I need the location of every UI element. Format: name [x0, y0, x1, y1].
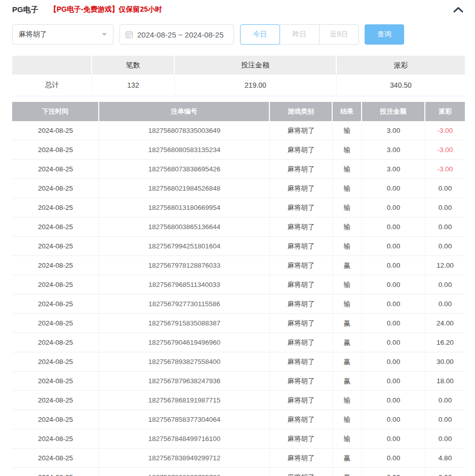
cell-game-type: 麻将胡了: [270, 198, 333, 217]
cell-payout: 24.00: [425, 314, 465, 333]
cell-bet-id: 1827567978128876033: [99, 256, 270, 275]
page-title: PG电子: [12, 5, 38, 15]
table-row: 2024-08-251827567978128876033麻将胡了赢0.0012…: [12, 256, 465, 275]
cell-bet-id: 1827568003865136644: [99, 217, 270, 237]
filter-toolbar: 麻将胡了 2024-08-25 ~ 2024-08-25 今日昨日近8: [12, 24, 465, 45]
cell-bet-id: 1827567823309735762: [99, 468, 270, 476]
table-row: 2024-08-251827568013180669954麻将胡了输0.000.…: [12, 198, 465, 217]
cell-bet-amount: 0.00: [362, 391, 425, 410]
header-bet-amount: 投注金额: [362, 102, 425, 121]
summary-total-count: 132: [92, 75, 175, 96]
cell-bet-amount: 3.00: [362, 121, 425, 140]
cell-game-type: 麻将胡了: [270, 391, 333, 410]
table-row: 2024-08-251827567893827558400麻将胡了赢0.0030…: [12, 352, 465, 372]
search-button[interactable]: 查询: [365, 24, 404, 45]
cell-game-type: 麻将胡了: [270, 449, 333, 468]
quick-filter-button[interactable]: 昨日: [280, 24, 320, 45]
cell-game-type: 麻将胡了: [270, 160, 333, 179]
cell-bet-time: 2024-08-25: [12, 391, 99, 410]
header-game-type: 游戏类别: [270, 102, 333, 121]
cell-result: 赢: [333, 352, 362, 372]
cell-result: 输: [333, 121, 362, 140]
chevron-up-icon: [453, 6, 464, 13]
cell-bet-amount: 0.00: [362, 256, 425, 275]
cell-game-type: 麻将胡了: [270, 352, 333, 372]
table-row: 2024-08-251827567848499716100麻将胡了输0.000.…: [12, 429, 465, 449]
cell-bet-id: 1827568078335003649: [99, 121, 270, 140]
cell-game-type: 麻将胡了: [270, 217, 333, 237]
table-row: 2024-08-251827567927730115586麻将胡了输0.000.…: [12, 295, 465, 314]
cell-bet-amount: 0.00: [362, 217, 425, 237]
date-range-input[interactable]: 2024-08-25 ~ 2024-08-25: [120, 24, 234, 45]
cell-payout: 0.00: [425, 217, 465, 237]
cell-bet-amount: 0.00: [362, 372, 425, 391]
cell-bet-time: 2024-08-25: [12, 237, 99, 256]
cell-bet-id: 1827567927730115586: [99, 295, 270, 314]
date-quick-filter-group: 今日昨日近8日: [240, 24, 359, 45]
cell-bet-time: 2024-08-25: [12, 429, 99, 449]
game-type-select[interactable]: 麻将胡了: [12, 24, 113, 45]
summary-header-row: 笔数 投注金额 派彩: [12, 56, 465, 75]
collapse-panel-button[interactable]: [452, 4, 465, 15]
cell-result: 输: [333, 391, 362, 410]
cell-result: 输: [333, 410, 362, 429]
cell-bet-time: 2024-08-25: [12, 333, 99, 352]
cell-game-type: 麻将胡了: [270, 429, 333, 449]
table-row: 2024-08-251827568003865136644麻将胡了输0.000.…: [12, 217, 465, 237]
cell-bet-amount: 0.00: [362, 314, 425, 333]
header-bet-time: 下注时间: [12, 102, 99, 121]
cell-bet-time: 2024-08-25: [12, 198, 99, 217]
summary-header-blank: [12, 56, 92, 75]
cell-game-type: 麻将胡了: [270, 179, 333, 198]
table-row: 2024-08-251827568021984526848麻将胡了输0.000.…: [12, 179, 465, 198]
cell-bet-time: 2024-08-25: [12, 275, 99, 295]
summary-header-payout: 派彩: [337, 56, 465, 75]
cell-payout: 16.20: [425, 333, 465, 352]
cell-payout: 30.00: [425, 352, 465, 372]
table-row: 2024-08-251827567915835088387麻将胡了赢0.0024…: [12, 314, 465, 333]
cell-payout: 0.00: [425, 410, 465, 429]
cell-bet-id: 1827567915835088387: [99, 314, 270, 333]
cell-bet-time: 2024-08-25: [12, 140, 99, 160]
cell-payout: -3.00: [425, 140, 465, 160]
table-row: 2024-08-251827567823309735762麻将胡了赢0.003.…: [12, 468, 465, 476]
table-row: 2024-08-251827568073838695426麻将胡了输3.00-3…: [12, 160, 465, 179]
cell-bet-time: 2024-08-25: [12, 256, 99, 275]
cell-bet-amount: 0.00: [362, 179, 425, 198]
game-type-selected-value: 麻将胡了: [19, 30, 102, 39]
cell-result: 输: [333, 275, 362, 295]
table-row: 2024-08-251827567868191987715麻将胡了输0.000.…: [12, 391, 465, 410]
table-row: 2024-08-251827567904619496960麻将胡了赢0.0016…: [12, 333, 465, 352]
cell-result: 赢: [333, 468, 362, 476]
table-row: 2024-08-251827567879638247936麻将胡了赢0.0018…: [12, 372, 465, 391]
cell-bet-id: 1827567904619496960: [99, 333, 270, 352]
cell-bet-amount: 0.00: [362, 352, 425, 372]
table-row: 2024-08-251827567994251801604麻将胡了输0.000.…: [12, 237, 465, 256]
cell-bet-id: 1827567838949299712: [99, 449, 270, 468]
cell-result: 输: [333, 237, 362, 256]
summary-header-bet-amount: 投注金额: [175, 56, 337, 75]
date-range-value: 2024-08-25 ~ 2024-08-25: [137, 30, 224, 39]
cell-bet-time: 2024-08-25: [12, 179, 99, 198]
cell-bet-time: 2024-08-25: [12, 217, 99, 237]
cell-game-type: 麻将胡了: [270, 314, 333, 333]
summary-total-row: 总计 132 219.00 340.50: [12, 75, 465, 96]
cell-game-type: 麻将胡了: [270, 372, 333, 391]
cell-game-type: 麻将胡了: [270, 333, 333, 352]
cell-bet-id: 1827567879638247936: [99, 372, 270, 391]
cell-bet-id: 1827568073838695426: [99, 160, 270, 179]
cell-bet-time: 2024-08-25: [12, 410, 99, 429]
quick-filter-button[interactable]: 近8日: [319, 24, 359, 45]
cell-bet-id: 1827567868191987715: [99, 391, 270, 410]
cell-bet-id: 1827567893827558400: [99, 352, 270, 372]
quick-filter-button[interactable]: 今日: [240, 24, 280, 45]
cell-bet-amount: 0.00: [362, 468, 425, 476]
cell-bet-amount: 0.00: [362, 429, 425, 449]
cell-result: 输: [333, 160, 362, 179]
records-header-row: 下注时间 注单编号 游戏类别 结果 投注金额 派彩: [12, 102, 465, 121]
calendar-icon: [125, 30, 133, 39]
cell-payout: 4.80: [425, 449, 465, 468]
cell-bet-amount: 0.00: [362, 333, 425, 352]
cell-result: 赢: [333, 256, 362, 275]
cell-payout: 18.00: [425, 372, 465, 391]
